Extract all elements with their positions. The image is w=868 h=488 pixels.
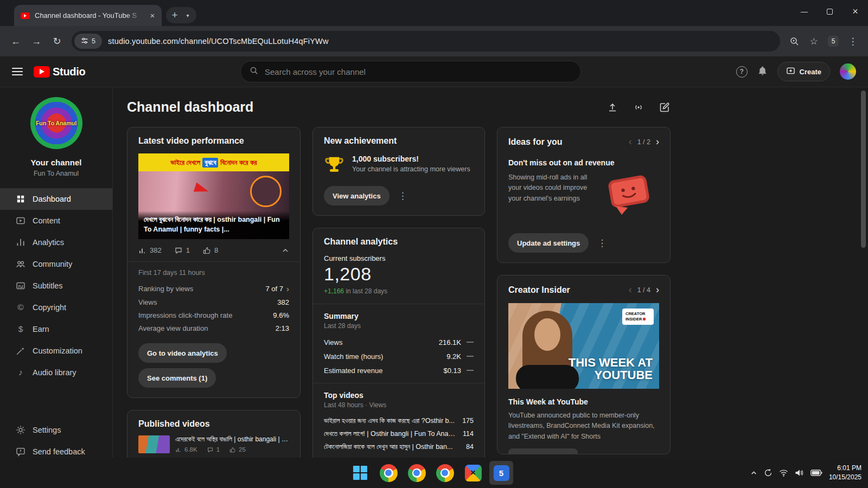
sync-icon[interactable]	[764, 468, 773, 477]
top-video-row[interactable]: ভাইরাল হওয়ার জন্য এসব কি কাজ করছে এরা ?…	[313, 414, 484, 427]
tab-close-icon[interactable]: ×	[148, 11, 157, 21]
back-button[interactable]: ←	[5, 31, 26, 52]
studio-search-box[interactable]	[240, 61, 581, 82]
upload-video-icon[interactable]	[607, 101, 618, 113]
address-bar[interactable]: 5 studio.youtube.com/channel/UCOTscMbEQu…	[72, 31, 780, 52]
top-video-row[interactable]: টেকনোলজিয়া কাকে বলে দেখুন আর হাসুন | Os…	[313, 440, 484, 453]
taskbar-clock[interactable]: 6:01 PM 10/15/2025	[829, 464, 861, 483]
notifications-bell-icon[interactable]	[757, 66, 768, 78]
channel-analytics-card: Channel analytics Current subscribers 1,…	[312, 228, 485, 458]
site-chip-count: 5	[92, 37, 95, 45]
audio-library-icon: ♪	[15, 367, 26, 378]
insider-pager: ‹ 1 / 4 ›	[629, 284, 659, 296]
sidebar-item-customization[interactable]: Customization	[0, 340, 112, 362]
sidebar-item-analytics[interactable]: Analytics	[0, 232, 112, 253]
volume-icon[interactable]	[795, 469, 804, 477]
partial-button[interactable]	[508, 448, 578, 454]
window-maximize-button[interactable]	[817, 0, 843, 23]
colorful-x-app-icon[interactable]: ×	[461, 461, 485, 485]
comments-icon	[175, 247, 182, 254]
ideas-for-you-card: Ideas for you ‹ 1 / 2 › Don't miss out o…	[497, 127, 671, 263]
published-video-row[interactable]: এদেরকেই বলে অস্থির বাঙালি | osthir banga…	[127, 429, 300, 458]
hamburger-menu-icon[interactable]	[12, 68, 23, 75]
edit-pencil-icon[interactable]	[659, 101, 671, 113]
pager-next-icon[interactable]: ›	[656, 136, 659, 147]
chrome-icon-1[interactable]	[376, 461, 400, 485]
help-icon[interactable]: ?	[736, 66, 748, 78]
browser-menu-kebab-icon[interactable]: ⋮	[843, 31, 863, 51]
chrome-icon-3[interactable]	[433, 461, 457, 485]
forward-button[interactable]: →	[26, 31, 47, 52]
go-to-video-analytics-button[interactable]: Go to video analytics	[138, 343, 227, 363]
sidebar-item-label: Customization	[33, 346, 82, 355]
brand-name: Studio	[53, 66, 85, 78]
battery-icon[interactable]	[810, 470, 822, 476]
dashboard-actions	[607, 101, 671, 113]
search-icon	[250, 66, 258, 77]
extension-badge[interactable]: 5	[824, 31, 843, 51]
top-videos-period: Last 48 hours · Views	[313, 400, 484, 414]
pager-prev-icon[interactable]: ‹	[629, 284, 632, 296]
sidebar-item-audio-library[interactable]: ♪ Audio library	[0, 362, 112, 383]
sidebar-item-send-feedback[interactable]: Send feedback	[0, 441, 112, 458]
go-live-icon[interactable]	[633, 101, 644, 113]
metric-row: Impressions click-through rate 9.6%	[127, 309, 300, 322]
sparkline-flat	[467, 356, 474, 357]
current-subscribers-value: 1,208	[313, 262, 484, 285]
achievement-subtext: Your channel is attracting more viewers	[352, 165, 470, 173]
creator-insider-thumbnail[interactable]: CREATOR INSIDER THIS WEEK AT YOUTUBE	[508, 303, 659, 389]
pager-next-icon[interactable]: ›	[656, 284, 659, 296]
new-tab-button[interactable]: +	[168, 9, 181, 21]
latest-video-performance-card: Latest video performance ভাইরে দেখলেবুঝব…	[127, 127, 301, 398]
window-controls: — ×	[792, 0, 868, 23]
community-icon	[15, 259, 26, 269]
ideas-kebab-icon[interactable]: ⋮	[592, 237, 612, 249]
sidebar-item-earn[interactable]: $ Earn	[0, 318, 112, 340]
lens-icon[interactable]	[784, 31, 804, 51]
search-input[interactable]	[265, 67, 572, 76]
url-text[interactable]: studio.youtube.com/channel/UCOTscMbEQuLL…	[108, 37, 329, 46]
update-ad-settings-button[interactable]: Update ad settings	[508, 233, 589, 253]
collapse-chevron-up-icon[interactable]	[282, 247, 289, 254]
top-video-row[interactable]: দেখতে কপাল লাগে! | Osthir bangli | Fun T…	[313, 427, 484, 440]
chrome-icon-2[interactable]	[405, 461, 429, 485]
tab-search-dropdown-icon[interactable]: ▾	[181, 12, 194, 18]
channel-avatar[interactable]: Fun To Anamul	[30, 97, 82, 149]
bookmark-star-icon[interactable]: ☆	[804, 31, 824, 51]
analytics-icon	[15, 237, 26, 248]
sidebar-item-subtitles[interactable]: Subtitles	[0, 275, 112, 297]
reload-button[interactable]: ↻	[47, 31, 67, 52]
window-minimize-button[interactable]: —	[792, 0, 817, 23]
sidebar-item-content[interactable]: Content	[0, 210, 112, 232]
windows-logo-icon	[353, 466, 367, 480]
main-scrollbar[interactable]	[861, 91, 866, 248]
account-avatar[interactable]	[840, 63, 856, 80]
youtube-studio-logo[interactable]: Studio	[34, 66, 85, 78]
insider-body-text: YouTube announced public to member-only …	[497, 406, 670, 447]
ideas-pager: ‹ 1 / 2 ›	[629, 136, 659, 147]
tray-chevron-up-icon[interactable]	[750, 470, 757, 477]
site-info-chip[interactable]: 5	[74, 34, 102, 49]
see-comments-button[interactable]: See comments (1)	[138, 368, 216, 388]
sidebar-item-label: Analytics	[33, 238, 64, 247]
view-analytics-button[interactable]: View analytics	[324, 186, 390, 206]
metric-row: Ranking by views 7 of 7›	[127, 281, 300, 296]
chevron-right-icon[interactable]: ›	[286, 284, 289, 293]
create-button[interactable]: Create	[777, 62, 830, 81]
pager-prev-icon[interactable]: ‹	[629, 136, 632, 147]
sidebar-item-settings[interactable]: Settings	[0, 419, 112, 441]
sidebar-item-community[interactable]: Community	[0, 253, 112, 275]
latest-video-thumbnail[interactable]: ভাইরে দেখলেবুঝবেবিনোদন করে কর দেখলে বুঝব…	[138, 153, 289, 239]
active-app-button[interactable]: 5	[489, 461, 513, 485]
sidebar-item-copyright[interactable]: © Copyright	[0, 297, 112, 318]
wifi-icon[interactable]	[779, 469, 788, 477]
start-button[interactable]	[348, 461, 372, 485]
content-icon	[15, 215, 26, 226]
achievement-kebab-icon[interactable]: ⋮	[393, 190, 413, 202]
card-title: Channel analytics	[313, 228, 484, 247]
screen: Channel dashboard - YouTube S × + ▾ — × …	[0, 0, 868, 488]
sidebar-item-dashboard[interactable]: Dashboard	[0, 188, 112, 210]
browser-tab[interactable]: Channel dashboard - YouTube S ×	[14, 5, 162, 26]
sidebar-nav: Dashboard Content Analytics Community Su…	[0, 188, 112, 458]
window-close-button[interactable]: ×	[843, 0, 868, 23]
